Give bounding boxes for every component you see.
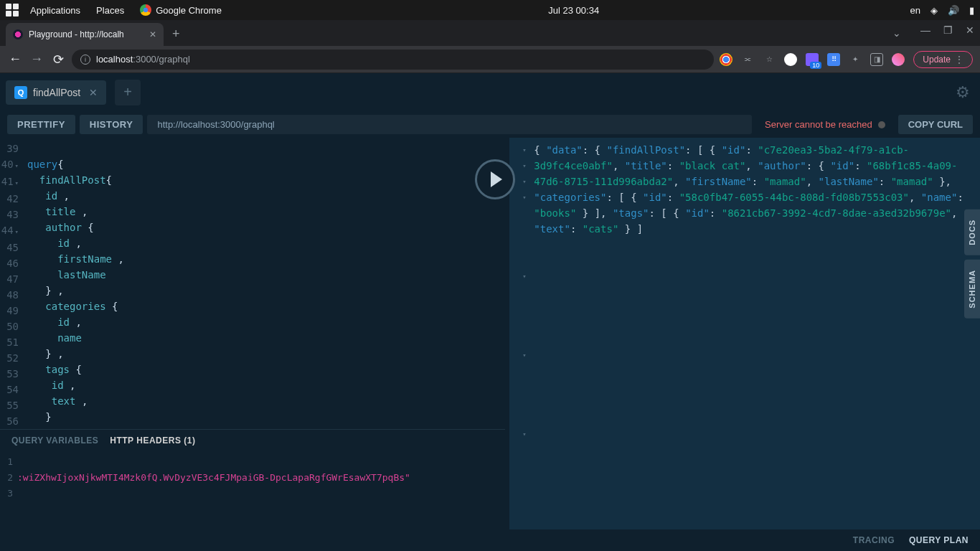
browser-tab[interactable]: Playground - http://localh ✕	[6, 23, 164, 46]
chrome-menu[interactable]: Google Chrome	[140, 4, 222, 16]
query-variables-tab[interactable]: QUERY VARIABLES	[11, 435, 98, 446]
chrome-icon	[140, 4, 151, 16]
extension-icon-2[interactable]: 10	[806, 53, 819, 66]
window-maximize-icon[interactable]: ❐	[943, 24, 953, 36]
playground-new-tab-button[interactable]: +	[115, 80, 141, 105]
settings-gear-icon[interactable]: ⚙	[956, 83, 970, 102]
playground-footer: TRACING QUERY PLAN	[0, 529, 980, 551]
docs-side-tab[interactable]: DOCS	[964, 209, 980, 255]
clock[interactable]: Jul 23 00:34	[237, 5, 910, 16]
address-bar[interactable]: i localhost:3000/graphql	[72, 50, 714, 70]
new-tab-button[interactable]: +	[172, 27, 180, 42]
playground-tab-name: findAllPost	[33, 87, 80, 98]
extensions-puzzle-icon[interactable]: ✦	[849, 53, 862, 66]
chrome-toolbar: ← → ⟳ i localhost:3000/graphql ⫘ ☆ 10 ⠿ …	[0, 46, 980, 73]
playground-tab[interactable]: Q findAllPost ✕	[6, 80, 106, 105]
battery-icon[interactable]: ▮	[969, 5, 974, 16]
query-editor[interactable]: 39 40▾ 41▾ 42 43 44▾ 45 46 47 48 49 50 5…	[0, 138, 505, 429]
wifi-icon[interactable]: ◈	[930, 5, 938, 16]
endpoint-input[interactable]: http://localhost:3000/graphql	[147, 115, 752, 134]
volume-icon[interactable]: 🔊	[948, 5, 959, 16]
copy-curl-button[interactable]: COPY CURL	[898, 115, 973, 134]
result-fold-gutter: ▾ ▾ ▾ ▾ ▾ ▾ ▾	[522, 142, 526, 489]
browser-tab-title: Playground - http://localh	[29, 29, 143, 39]
playground-tab-close-icon[interactable]: ✕	[89, 87, 98, 98]
profile-avatar-icon[interactable]	[892, 53, 905, 66]
window-close-icon[interactable]: ✕	[966, 24, 974, 36]
applications-menu[interactable]: Applications	[30, 5, 80, 16]
nav-back-icon[interactable]: ←	[7, 52, 23, 67]
query-badge: Q	[14, 86, 27, 99]
places-menu[interactable]: Places	[96, 5, 124, 16]
nav-forward-icon[interactable]: →	[29, 52, 44, 67]
site-info-icon[interactable]: i	[80, 55, 90, 65]
chrome-tab-strip: Playground - http://localh ✕ + ⌄ — ❐ ✕	[0, 20, 980, 46]
result-panel[interactable]: ▾ ▾ ▾ ▾ ▾ ▾ ▾ { "data": { "findAllPost":…	[509, 138, 980, 529]
tab-close-icon[interactable]: ✕	[149, 29, 156, 39]
translate-icon[interactable]: ⠿	[827, 53, 840, 66]
variables-panel: QUERY VARIABLES HTTP HEADERS (1) 1 2 3 :…	[0, 429, 505, 529]
tab-favicon	[13, 29, 23, 39]
query-editor-panel: 39 40▾ 41▾ 42 43 44▾ 45 46 47 48 49 50 5…	[0, 138, 509, 529]
extension-icon-1[interactable]	[784, 53, 797, 66]
headers-editor[interactable]: 1 2 3 :wiZXhwIjoxNjkwMTI4Mzk0fQ.WvDyzVE3…	[0, 451, 505, 529]
playground-controls: PRETTIFY HISTORY http://localhost:3000/g…	[0, 111, 980, 138]
playground-tabs-row: Q findAllPost ✕ + ⚙	[0, 73, 980, 111]
keyboard-lang[interactable]: en	[910, 5, 920, 16]
activities-icon[interactable]	[6, 4, 19, 17]
tab-search-dropdown-icon[interactable]: ⌄	[892, 27, 901, 39]
graphql-playground: Q findAllPost ✕ + ⚙ PRETTIFY HISTORY htt…	[0, 73, 980, 551]
url-text: localhost:3000/graphql	[96, 54, 705, 65]
server-status: Server cannot be reached	[765, 119, 885, 130]
http-headers-tab[interactable]: HTTP HEADERS (1)	[110, 435, 195, 446]
update-button[interactable]: Update⋮	[913, 51, 973, 68]
history-button[interactable]: HISTORY	[80, 115, 143, 134]
tracing-tab[interactable]: TRACING	[853, 535, 895, 545]
prettify-button[interactable]: PRETTIFY	[7, 115, 75, 134]
execute-button[interactable]	[475, 159, 515, 199]
status-dot-icon	[878, 121, 885, 128]
desktop-top-bar: Applications Places Google Chrome Jul 23…	[0, 0, 980, 20]
share-icon[interactable]: ⫘	[741, 53, 754, 66]
window-minimize-icon[interactable]: —	[920, 24, 930, 36]
line-gutter: 39 40▾ 41▾ 42 43 44▾ 45 46 47 48 49 50 5…	[0, 141, 22, 429]
bookmark-star-icon[interactable]: ☆	[763, 53, 776, 66]
google-account-icon[interactable]	[720, 53, 732, 66]
sidepanel-icon[interactable]: ◨	[870, 53, 883, 66]
query-code: query{ findAllPost{ id , title , author …	[22, 141, 505, 429]
query-plan-tab[interactable]: QUERY PLAN	[909, 535, 969, 545]
nav-reload-icon[interactable]: ⟳	[50, 52, 66, 67]
schema-side-tab[interactable]: SCHEMA	[964, 260, 980, 319]
